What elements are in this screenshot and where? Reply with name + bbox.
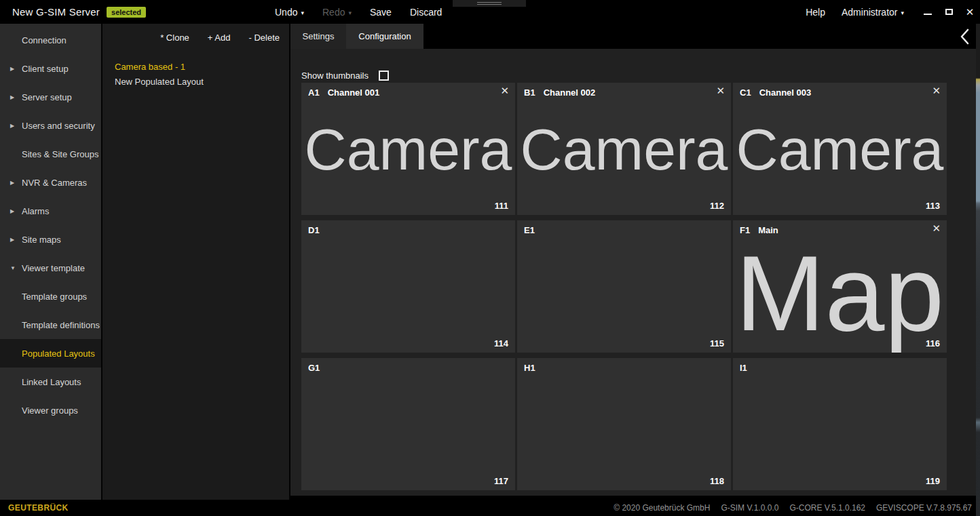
sidebar-item-label: Users and security — [22, 121, 95, 131]
sidebar-item-label: Populated Layouts — [22, 349, 95, 359]
tile-slot-label: C1 — [740, 87, 751, 98]
maximize-icon — [945, 9, 953, 15]
tile-close-icon[interactable]: ✕ — [932, 85, 941, 96]
tile-close-icon[interactable]: ✕ — [716, 85, 725, 96]
sidebar-item-label: Viewer template — [22, 263, 85, 273]
sidebar-item-template-groups[interactable]: Template groups — [0, 282, 101, 311]
sidebar-item-populated-layouts[interactable]: Populated Layouts — [0, 339, 101, 368]
sidebar-item-template-definitions[interactable]: Template definitions — [0, 311, 101, 339]
layout-tile-i1[interactable]: I1 119 — [733, 358, 947, 490]
tile-header: D1 — [308, 225, 493, 235]
tile-channel-number: 118 — [710, 476, 724, 486]
show-thumbnails-checkbox[interactable] — [379, 71, 389, 81]
sidebar-item-site-maps[interactable]: ▶ Site maps — [0, 225, 101, 254]
copyright-label: © 2020 Geutebrück GmbH — [614, 503, 710, 513]
tree-arrow-icon: ▼ — [10, 265, 22, 271]
sidebar-item-label: Site maps — [22, 235, 61, 245]
show-thumbnails-label: Show thumbnails — [301, 71, 369, 81]
sidebar-item-viewer-groups[interactable]: Viewer groups — [0, 396, 101, 424]
sidebar-item-nvr-cameras[interactable]: ▶ NVR & Cameras — [0, 168, 101, 197]
layout-list-item[interactable]: New Populated Layout — [102, 74, 289, 89]
sidebar-item-label: Template groups — [22, 292, 87, 302]
brand-label: GEUTEBRÜCK — [8, 503, 69, 513]
layout-tile-a1[interactable]: A1 Channel 001 ✕ Camera 111 — [301, 83, 515, 215]
tile-slot-label: D1 — [308, 225, 320, 235]
minimize-icon — [924, 14, 932, 15]
layout-tile-b1[interactable]: B1 Channel 002 ✕ Camera 112 — [517, 83, 731, 215]
tab-configuration[interactable]: Configuration — [346, 24, 423, 49]
tile-header: B1 Channel 002 — [524, 87, 709, 98]
layout-tile-d1[interactable]: D1 114 — [301, 220, 515, 353]
sidebar-item-server-setup[interactable]: ▶ Server setup — [0, 83, 101, 111]
sidebar-item-label: Connection — [22, 35, 67, 45]
sidebar-item-connection[interactable]: Connection — [0, 26, 101, 54]
tile-close-icon[interactable]: ✕ — [500, 85, 509, 96]
selected-badge: selected — [107, 7, 146, 18]
tree-arrow-icon: ▶ — [10, 180, 22, 186]
tile-header: A1 Channel 001 — [308, 87, 493, 98]
minimize-button[interactable] — [923, 7, 932, 17]
sidebar-item-client-setup[interactable]: ▶ Client setup — [0, 54, 101, 83]
close-button[interactable]: ✕ — [965, 7, 975, 17]
layout-tile-f1[interactable]: F1 Main ✕ Map 116 — [733, 220, 947, 353]
collapse-panel-button[interactable] — [956, 27, 973, 46]
close-icon: ✕ — [966, 7, 975, 17]
desktop-edge-sliver — [976, 24, 980, 516]
status-bar: GEUTEBRÜCK © 2020 Geutebrück GmbH G-SIM … — [0, 500, 980, 516]
layout-tile-c1[interactable]: C1 Channel 003 ✕ Camera 113 — [733, 83, 947, 215]
tile-close-icon[interactable]: ✕ — [932, 223, 941, 233]
tree-arrow-icon: ▶ — [10, 208, 22, 214]
redo-button[interactable]: Redo▾ — [322, 7, 352, 18]
tile-channel-number: 117 — [494, 476, 508, 486]
tile-channel-number: 115 — [710, 338, 724, 349]
add-button[interactable]: + Add — [208, 33, 231, 43]
tile-channel-number: 112 — [710, 201, 724, 211]
layout-list-item[interactable]: Camera based - 1 — [102, 59, 289, 74]
save-button[interactable]: Save — [370, 7, 392, 18]
sidebar-item-linked-layouts[interactable]: Linked Layouts — [0, 368, 101, 396]
window-drag-handle[interactable] — [453, 0, 526, 7]
sidebar-item-viewer-template[interactable]: ▼ Viewer template — [0, 254, 101, 282]
user-menu-button[interactable]: Administrator▾ — [842, 7, 904, 18]
tree-arrow-icon: ▶ — [10, 123, 22, 129]
tab-settings[interactable]: Settings — [290, 24, 346, 49]
sidebar-item-label: Client setup — [22, 64, 69, 74]
sidebar-item-sites-site-groups[interactable]: Sites & Site Groups — [0, 140, 101, 168]
delete-button[interactable]: - Delete — [248, 33, 280, 43]
grip-icon — [477, 2, 502, 5]
tile-placeholder-text: Camera — [305, 120, 512, 178]
undo-button[interactable]: Undo▾ — [275, 7, 304, 18]
tree-arrow-icon: ▶ — [10, 66, 22, 72]
chevron-down-icon: ▾ — [348, 9, 352, 16]
sidebar-item-label: Linked Layouts — [22, 377, 81, 387]
tile-header: H1 — [524, 363, 709, 373]
clone-button[interactable]: * Clone — [160, 33, 189, 43]
layout-tile-e1[interactable]: E1 115 — [517, 220, 731, 353]
layout-list-toolbar: * Clone + Add - Delete — [102, 24, 289, 52]
tree-arrow-icon: ▶ — [10, 237, 22, 243]
title-bar-right: Help Administrator▾ ✕ — [806, 0, 975, 24]
geviscope-version-label: GEVISCOPE V.7.8.975.67 — [876, 503, 972, 513]
tile-slot-label: A1 — [308, 87, 320, 98]
help-button[interactable]: Help — [806, 7, 825, 18]
navigation-sidebar: Connection ▶ Client setup ▶ Server setup… — [0, 24, 102, 500]
sidebar-item-label: NVR & Cameras — [22, 178, 87, 188]
tile-placeholder-text: Camera — [736, 120, 944, 178]
maximize-button[interactable] — [944, 7, 954, 17]
layout-tile-h1[interactable]: H1 118 — [517, 358, 731, 490]
layout-tile-g1[interactable]: G1 117 — [301, 358, 515, 490]
tile-header: G1 — [308, 363, 493, 373]
tile-slot-label: I1 — [740, 363, 747, 373]
tile-channel-number: 113 — [926, 201, 940, 211]
window-title: New G-SIM Server — [12, 6, 100, 18]
tile-grid: A1 Channel 001 ✕ Camera 111 B1 Channel 0… — [301, 83, 980, 490]
configuration-content: Show thumbnails A1 Channel 001 ✕ Camera … — [290, 49, 980, 496]
app-window: New G-SIM Server selected Undo▾ Redo▾ Sa… — [0, 0, 980, 516]
title-bar: New G-SIM Server selected Undo▾ Redo▾ Sa… — [0, 0, 980, 24]
layout-item-label: New Populated Layout — [115, 77, 204, 87]
sidebar-item-alarms[interactable]: ▶ Alarms — [0, 197, 101, 225]
sidebar-item-users-and-security[interactable]: ▶ Users and security — [0, 111, 101, 140]
tile-slot-label: E1 — [524, 225, 535, 235]
tile-placeholder-text: Camera — [521, 120, 728, 178]
discard-button[interactable]: Discard — [410, 7, 442, 18]
